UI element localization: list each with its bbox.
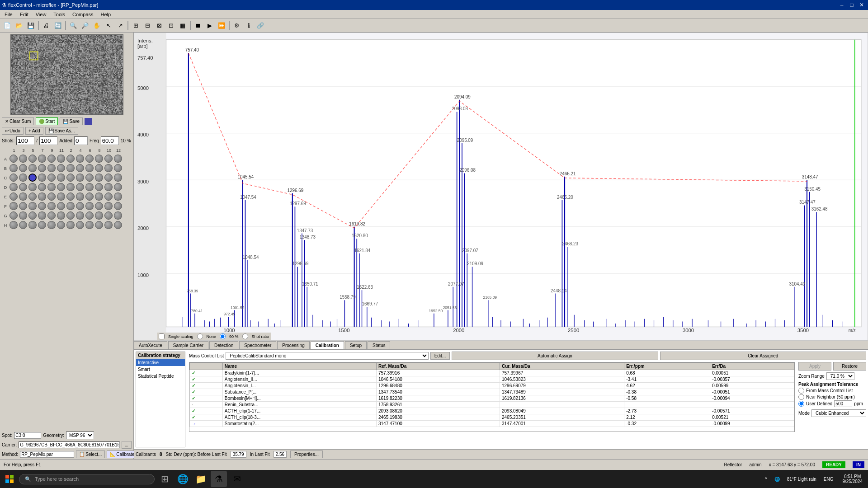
link-button[interactable]: 🔗 xyxy=(255,20,266,31)
add-button[interactable]: + Add xyxy=(25,127,43,135)
well-b3[interactable] xyxy=(19,164,27,172)
well-h4[interactable] xyxy=(76,221,84,229)
table-row[interactable]: ✓ ACTH_clip(1-17... 2093.08620 2093.0804… xyxy=(190,408,794,414)
save-toolbar-button[interactable]: 💾 xyxy=(25,20,36,31)
spot-input[interactable] xyxy=(14,432,41,439)
well-e11[interactable] xyxy=(57,192,65,201)
well-g2[interactable] xyxy=(66,211,75,220)
well-h2[interactable] xyxy=(66,221,75,229)
apply-button[interactable]: Apply xyxy=(798,362,831,371)
grid-button[interactable]: ⊞ xyxy=(130,20,141,31)
mcl-select[interactable]: PeptideCalibStandard mono xyxy=(226,352,428,360)
geometry-select[interactable]: MSP 96 xyxy=(66,432,94,439)
tab-setup[interactable]: Setup xyxy=(345,341,367,349)
mode-select[interactable]: Cubic Enhanced xyxy=(811,409,866,417)
well-f6[interactable] xyxy=(85,202,94,210)
tab-calibration[interactable]: Calibration xyxy=(311,341,344,349)
well-a9[interactable] xyxy=(47,155,56,163)
well-f1[interactable] xyxy=(9,202,18,210)
settings-button[interactable]: ⚙ xyxy=(231,20,242,31)
tray-weather[interactable]: 81°F Light rain xyxy=(785,476,818,483)
well-g8[interactable] xyxy=(95,211,103,220)
well-b10[interactable] xyxy=(104,164,113,172)
well-e9[interactable] xyxy=(47,192,56,201)
well-c6[interactable] xyxy=(85,174,94,182)
well-e6[interactable] xyxy=(85,192,94,201)
zoom-out-button[interactable]: 🔎 xyxy=(80,20,90,31)
well-d10[interactable] xyxy=(104,183,113,191)
select-tool-button[interactable]: ↖ xyxy=(103,20,114,31)
well-b6[interactable] xyxy=(85,164,94,172)
single-scaling-checkbox[interactable] xyxy=(159,333,165,339)
well-f8[interactable] xyxy=(95,202,103,210)
well-d1[interactable] xyxy=(9,183,18,191)
well-h12[interactable] xyxy=(114,221,122,229)
well-e7[interactable] xyxy=(38,192,46,201)
well-e5[interactable] xyxy=(28,192,37,201)
clock[interactable]: 8:51 PM 9/25/2024 xyxy=(839,473,867,485)
restore-button[interactable]: Restore xyxy=(833,362,866,371)
well-c4[interactable] xyxy=(76,174,84,182)
tray-chevron[interactable]: ^ xyxy=(763,476,769,483)
menu-help[interactable]: Help xyxy=(97,11,115,18)
minimize-button[interactable]: – xyxy=(837,1,846,9)
select-method-button[interactable]: 📋 Select... xyxy=(76,450,105,458)
well-e10[interactable] xyxy=(104,192,113,201)
well-c5[interactable] xyxy=(28,174,37,182)
well-g11[interactable] xyxy=(57,211,65,220)
well-c7[interactable] xyxy=(38,174,46,182)
open-button[interactable]: 📂 xyxy=(14,20,24,31)
table-row[interactable]: ✓ ACTH_clip(18-3... 2465.19830 2465.2035… xyxy=(190,414,794,421)
well-c2[interactable] xyxy=(66,174,75,182)
well-g7[interactable] xyxy=(38,211,46,220)
well-h11[interactable] xyxy=(57,221,65,229)
well-c9[interactable] xyxy=(47,174,56,182)
well-c10[interactable] xyxy=(104,174,113,182)
well-a4[interactable] xyxy=(76,155,84,163)
well-b11[interactable] xyxy=(57,164,65,172)
grid2-button[interactable]: ⊟ xyxy=(142,20,153,31)
shot-ratio-radio[interactable] xyxy=(242,333,248,339)
tab-status[interactable]: Status xyxy=(368,341,390,349)
strategy-interactive[interactable]: Interactive xyxy=(136,359,185,366)
tray-language[interactable]: ENG xyxy=(822,476,835,483)
save-button[interactable]: 💾 Save xyxy=(60,117,83,125)
well-a2[interactable] xyxy=(66,155,75,163)
well-b8[interactable] xyxy=(95,164,103,172)
stop-button[interactable]: ⏹ xyxy=(193,20,203,31)
well-b9[interactable] xyxy=(47,164,56,172)
new-button[interactable]: 📄 xyxy=(2,20,13,31)
edit-mcl-button[interactable]: Edit... xyxy=(430,352,450,360)
strategy-statistical[interactable]: Statistical Peptide xyxy=(136,373,185,380)
well-h3[interactable] xyxy=(19,221,27,229)
well-a11[interactable] xyxy=(57,155,65,163)
carrier-input[interactable] xyxy=(19,441,119,448)
none-radio[interactable] xyxy=(197,333,203,339)
tab-processing[interactable]: Processing xyxy=(277,341,309,349)
refresh-button[interactable]: 🔄 xyxy=(52,20,63,31)
run-button[interactable]: ⏩ xyxy=(216,20,227,31)
grid3-button[interactable]: ⊠ xyxy=(154,20,165,31)
well-b7[interactable] xyxy=(38,164,46,172)
well-b2[interactable] xyxy=(66,164,75,172)
well-f3[interactable] xyxy=(19,202,27,210)
well-e3[interactable] xyxy=(19,192,27,201)
edge-browser-icon[interactable]: 🌐 xyxy=(175,471,191,487)
tab-autoxecute[interactable]: AutoXecute xyxy=(134,341,167,349)
well-g6[interactable] xyxy=(85,211,94,220)
well-e2[interactable] xyxy=(66,192,75,201)
well-g10[interactable] xyxy=(104,211,113,220)
well-f12[interactable] xyxy=(114,202,122,210)
start-button[interactable] xyxy=(2,473,17,485)
menu-edit[interactable]: Edit xyxy=(16,11,32,18)
well-e1[interactable] xyxy=(9,192,18,201)
well-d3[interactable] xyxy=(19,183,27,191)
well-d8[interactable] xyxy=(95,183,103,191)
well-b1[interactable] xyxy=(9,164,18,172)
table-row[interactable]: ✓ Bombesin[M+H]... 1619.82230 1619.82136… xyxy=(190,395,794,402)
near-neighbor-radio[interactable] xyxy=(798,394,804,400)
percent90-radio[interactable] xyxy=(220,333,226,339)
save-as-button[interactable]: 💾 Save As... xyxy=(45,127,78,135)
start-button[interactable]: 🟢 Start xyxy=(36,117,58,125)
tab-spectrometer[interactable]: Spectrometer xyxy=(239,341,276,349)
